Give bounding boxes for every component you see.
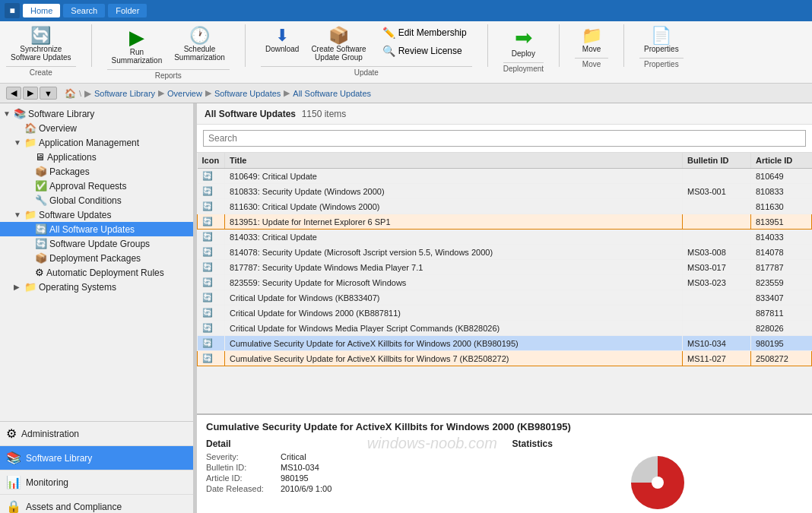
table-row-1[interactable]: 🔄 810833: Security Update (Windows 2000)… bbox=[198, 184, 812, 199]
sidebar-tree-item-10[interactable]: 📦 Deployment Packages bbox=[0, 251, 193, 265]
breadcrumb-software-library[interactable]: Software Library bbox=[94, 89, 155, 98]
sidebar-bottom-item-2[interactable]: 📊 Monitoring bbox=[0, 470, 193, 495]
col-header-title[interactable]: Title bbox=[225, 153, 683, 169]
table-row-11[interactable]: 🔄 Cumulative Security Update for ActiveX… bbox=[198, 336, 812, 351]
row-icon-4: 🔄 bbox=[198, 230, 225, 245]
btn-move[interactable]: 📁 Move bbox=[575, 24, 608, 56]
tab-folder[interactable]: Folder bbox=[108, 4, 147, 17]
btn-synchronize[interactable]: 🔄 SynchronizeSoftware Updates bbox=[6, 24, 76, 65]
ribbon-sep-5 bbox=[623, 24, 624, 67]
sidebar-tree-item-4[interactable]: 📦 Packages bbox=[0, 164, 193, 179]
sidebar-tree-item-8[interactable]: 🔄 All Software Updates bbox=[0, 222, 193, 236]
sidebar-tree-item-1[interactable]: 🏠 Overview bbox=[0, 121, 193, 135]
tab-home[interactable]: Home bbox=[23, 4, 60, 17]
btn-download-label: Download bbox=[265, 45, 299, 53]
search-input[interactable] bbox=[203, 130, 806, 147]
breadcrumb: ◀ ▶ ▼ 🏠 \ ▶ Software Library ▶ Overview … bbox=[0, 84, 812, 103]
table-row-5[interactable]: 🔄 814078: Security Update (Microsoft Jsc… bbox=[198, 245, 812, 260]
ribbon-group-update-label: Update bbox=[261, 66, 472, 77]
row-title-11: Cumulative Security Update for ActiveX K… bbox=[225, 336, 683, 351]
table-row-4[interactable]: 🔄 814033: Critical Update 814033 bbox=[198, 230, 812, 245]
detail-field-1: Bulletin ID: MS10-034 bbox=[206, 463, 497, 472]
sidebar: ▼ 📚 Software Library 🏠 Overview ▼ 📁 Appl… bbox=[0, 103, 194, 513]
table-container: Icon Title Bulletin ID Article ID 🔄 8106… bbox=[197, 153, 812, 388]
detail-body: Detail Severity: Critical Bulletin ID: M… bbox=[206, 439, 803, 513]
breadcrumb-overview[interactable]: Overview bbox=[167, 89, 202, 98]
detail-value-3: 2010/6/9 1:00 bbox=[281, 484, 331, 493]
sidebar-bottom-item-0[interactable]: ⚙ Administration bbox=[0, 422, 193, 446]
btn-create-update-group[interactable]: 📦 Create SoftwareUpdate Group bbox=[306, 24, 370, 65]
table-row-10[interactable]: 🔄 Critical Update for Windows Media Play… bbox=[198, 321, 812, 336]
table-row-12[interactable]: 🔄 Cumulative Security Update for ActiveX… bbox=[198, 351, 812, 366]
breadcrumb-arrow-icon: ▶ bbox=[84, 88, 91, 99]
detail-fields: Severity: Critical Bulletin ID: MS10-034… bbox=[206, 452, 497, 493]
sidebar-tree-item-11[interactable]: ⚙ Automatic Deployment Rules bbox=[0, 265, 193, 280]
row-title-4: 814033: Critical Update bbox=[225, 230, 683, 245]
tree-label-0: Software Library bbox=[28, 109, 94, 119]
table-row-2[interactable]: 🔄 811630: Critical Update (Windows 2000)… bbox=[198, 199, 812, 214]
table-row-3[interactable]: 🔄 813951: Update for Internet Explorer 6… bbox=[198, 214, 812, 230]
tab-search[interactable]: Search bbox=[63, 4, 105, 17]
tree-icon-0: 📚 bbox=[14, 108, 26, 119]
btn-properties[interactable]: 📄 Properties bbox=[639, 24, 684, 56]
btn-create-group-label: Create SoftwareUpdate Group bbox=[311, 45, 366, 62]
table-row-8[interactable]: 🔄 Critical Update for Windows (KB833407)… bbox=[198, 290, 812, 306]
sidebar-tree-item-12[interactable]: ▶ 📁 Operating Systems bbox=[0, 280, 193, 294]
ribbon-sep-3 bbox=[487, 24, 488, 67]
sidebar-bottom-icon-0: ⚙ bbox=[6, 426, 17, 441]
sidebar-bottom-item-1[interactable]: 📚 Software Library bbox=[0, 446, 193, 470]
tree-label-7: Software Updates bbox=[39, 210, 111, 220]
row-bulletin-3 bbox=[683, 214, 751, 230]
col-header-article[interactable]: Article ID bbox=[751, 153, 812, 169]
row-title-10: Critical Update for Windows Media Player… bbox=[225, 321, 683, 336]
tree-icon-1: 🏠 bbox=[24, 122, 36, 134]
up-btn[interactable]: ▼ bbox=[40, 87, 57, 100]
ribbon-group-deployment-label: Deployment bbox=[503, 62, 544, 73]
btn-synchronize-label: SynchronizeSoftware Updates bbox=[11, 45, 71, 62]
row-article-5: 814078 bbox=[751, 245, 812, 260]
sidebar-bottom-item-3[interactable]: 🔒 Assets and Compliance bbox=[0, 495, 193, 513]
sidebar-tree-item-9[interactable]: 🔄 Software Update Groups bbox=[0, 236, 193, 251]
back-btn[interactable]: ◀ bbox=[6, 87, 21, 100]
table-row-0[interactable]: 🔄 810649: Critical Update 810649 bbox=[198, 169, 812, 184]
row-article-10: 828026 bbox=[751, 321, 812, 336]
tree-icon-5: ✅ bbox=[35, 180, 47, 192]
btn-run-summarization[interactable]: ▶ RunSummarization bbox=[107, 24, 167, 68]
table-row-9[interactable]: 🔄 Critical Update for Windows 2000 (KB88… bbox=[198, 306, 812, 321]
tree-icon-10: 📦 bbox=[35, 252, 47, 264]
col-header-icon[interactable]: Icon bbox=[198, 153, 225, 169]
tree-icon-4: 📦 bbox=[35, 166, 47, 177]
col-header-bulletin[interactable]: Bulletin ID bbox=[683, 153, 751, 169]
detail-field-0: Severity: Critical bbox=[206, 452, 497, 461]
sidebar-tree-item-6[interactable]: 🔧 Global Conditions bbox=[0, 193, 193, 207]
forward-btn[interactable]: ▶ bbox=[23, 87, 38, 100]
breadcrumb-all-updates[interactable]: All Software Updates bbox=[293, 89, 371, 98]
table-row-7[interactable]: 🔄 823559: Security Update for Microsoft … bbox=[198, 275, 812, 290]
row-article-3: 813951 bbox=[751, 214, 812, 230]
detail-value-0: Critical bbox=[281, 452, 306, 461]
row-article-11: 980195 bbox=[751, 336, 812, 351]
row-article-1: 810833 bbox=[751, 184, 812, 199]
sidebar-tree-item-5[interactable]: ✅ Approval Requests bbox=[0, 179, 193, 193]
row-bulletin-12: MS11-027 bbox=[683, 351, 751, 366]
ribbon-group-update: ⬇ Download 📦 Create SoftwareUpdate Group… bbox=[261, 24, 472, 77]
table-header-row: Icon Title Bulletin ID Article ID bbox=[198, 153, 812, 169]
table-row-6[interactable]: 🔄 817787: Security Update Windows Media … bbox=[198, 260, 812, 275]
sidebar-tree-item-7[interactable]: ▼ 📁 Software Updates bbox=[0, 207, 193, 222]
tree-label-6: Global Conditions bbox=[49, 195, 122, 206]
btn-schedule-label: ScheduleSummarization bbox=[174, 45, 225, 62]
sidebar-tree-item-2[interactable]: ▼ 📁 Application Management bbox=[0, 135, 193, 150]
sidebar-tree-item-3[interactable]: 🖥 Applications bbox=[0, 150, 193, 164]
btn-review-license[interactable]: 🔍 Review License bbox=[377, 43, 472, 59]
btn-schedule-summarization[interactable]: 🕐 ScheduleSummarization bbox=[170, 24, 230, 65]
ribbon-group-properties-label: Properties bbox=[639, 58, 684, 68]
row-title-6: 817787: Security Update Windows Media Pl… bbox=[225, 260, 683, 275]
btn-edit-membership[interactable]: ✏️ Edit Membership bbox=[377, 24, 472, 41]
btn-deploy[interactable]: ➡ Deploy bbox=[506, 24, 540, 61]
detail-label-1: Bulletin ID: bbox=[206, 463, 274, 472]
breadcrumb-software-updates[interactable]: Software Updates bbox=[214, 89, 281, 98]
btn-download[interactable]: ⬇ Download bbox=[261, 24, 303, 56]
sidebar-tree-item-0[interactable]: ▼ 📚 Software Library bbox=[0, 106, 193, 121]
row-icon-11: 🔄 bbox=[198, 336, 225, 351]
stats-chart bbox=[512, 452, 804, 513]
